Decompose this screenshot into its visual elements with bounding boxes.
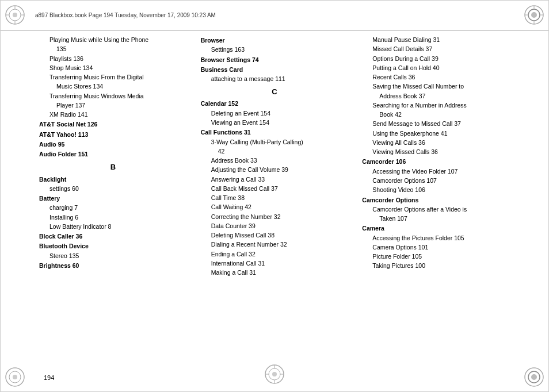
index-entry: Audio Folder 151 xyxy=(39,149,187,159)
index-entry: Browser xyxy=(201,36,349,45)
index-entry: Calendar 152 xyxy=(201,99,349,108)
index-entry: Taken 107 xyxy=(362,214,510,223)
index-entry: Brightness 60 xyxy=(39,261,187,270)
index-entry: Address Book 37 xyxy=(362,91,510,101)
index-entry: Camcorder Options xyxy=(362,195,510,205)
index-entry: XM Radio 141 xyxy=(39,110,187,119)
bottom-center-decoration xyxy=(264,364,285,386)
index-entry: C xyxy=(201,86,349,98)
header-text: a897 Blackbox.book Page 194 Tuesday, Nov… xyxy=(35,12,216,18)
index-entry: Browser Settings 74 xyxy=(201,55,349,64)
index-entry: Business Card xyxy=(201,65,349,74)
index-entry: Music Stores 134 xyxy=(39,82,187,91)
index-entry: 42 xyxy=(201,147,349,156)
index-entry: settings 60 xyxy=(39,184,187,193)
index-entry: Options During a Call 39 xyxy=(362,54,510,63)
index-entry: Making a Call 31 xyxy=(201,268,349,277)
index-entry: AT&T Yahoo! 113 xyxy=(39,130,187,139)
index-entry: Block Caller 36 xyxy=(39,232,187,241)
index-entry: Camcorder Options after a Video is xyxy=(362,205,510,214)
index-entry: Ending a Call 32 xyxy=(201,249,349,259)
index-entry: Camera Options 101 xyxy=(362,243,510,252)
index-entry: Searching for a Number in Address xyxy=(362,101,510,110)
index-entry: Camcorder Options 107 xyxy=(362,176,510,185)
svg-point-19 xyxy=(531,374,537,380)
column-2: BrowserSettings 163Browser Settings 74Bu… xyxy=(194,30,356,366)
index-entry: charging 7 xyxy=(39,203,187,212)
index-entry: Call Time 38 xyxy=(201,193,349,202)
page-number: 194 xyxy=(44,374,54,381)
index-entry: Shooting Video 106 xyxy=(362,185,510,194)
svg-point-16 xyxy=(13,375,17,379)
content-area: Playing Music while Using the Phone135Pl… xyxy=(32,30,517,366)
page-container: a897 Blackbox.book Page 194 Tuesday, Nov… xyxy=(0,0,549,392)
index-entry: 135 xyxy=(39,44,187,53)
index-entry: Viewing All Calls 36 xyxy=(362,138,510,147)
corner-decoration-bl xyxy=(5,367,25,387)
index-entry: Dialing a Recent Number 32 xyxy=(201,240,349,249)
index-entry: Bluetooth Device xyxy=(39,241,187,251)
corner-decoration-br xyxy=(524,367,544,387)
index-entry: Saving the Missed Call Number to xyxy=(362,82,510,91)
index-entry: Accessing the Video Folder 107 xyxy=(362,167,510,176)
svg-point-22 xyxy=(272,372,277,376)
index-entry: Viewing Missed Calls 36 xyxy=(362,147,510,156)
index-entry: Taking Pictures 100 xyxy=(362,261,510,270)
index-entry: AT&T Social Net 126 xyxy=(39,120,187,129)
index-entry: Correcting the Number 32 xyxy=(201,212,349,221)
index-entry: Battery xyxy=(39,194,187,203)
index-entry: Transferring Music From the Digital xyxy=(39,72,187,82)
index-entry: Accessing the Pictures Folder 105 xyxy=(362,233,510,243)
index-entry: Picture Folder 105 xyxy=(362,252,510,261)
index-entry: Answering a Call 33 xyxy=(201,175,349,184)
index-entry: Playing Music while Using the Phone xyxy=(39,35,187,44)
index-entry: International Call 31 xyxy=(201,259,349,268)
index-entry: Backlight xyxy=(39,175,187,184)
index-entry: Deleting Missed Call 38 xyxy=(201,230,349,240)
index-entry: Audio 95 xyxy=(39,140,187,149)
index-entry: Installing 6 xyxy=(39,213,187,222)
index-entry: Stereo 135 xyxy=(39,251,187,260)
index-entry: attaching to a message 111 xyxy=(201,74,349,83)
index-entry: Adjusting the Call Volume 39 xyxy=(201,165,349,174)
index-entry: Data Counter 39 xyxy=(201,221,349,230)
index-entry: Manual Pause Dialing 31 xyxy=(362,35,510,44)
index-entry: Deleting an Event 154 xyxy=(201,109,349,118)
index-entry: Playlists 136 xyxy=(39,54,187,63)
index-entry: Putting a Call on Hold 40 xyxy=(362,63,510,72)
index-entry: Book 42 xyxy=(362,110,510,119)
index-entry: B xyxy=(39,162,187,173)
index-entry: Call Functions 31 xyxy=(201,128,349,137)
index-entry: Address Book 33 xyxy=(201,156,349,165)
index-entry: Send Message to Missed Call 37 xyxy=(362,119,510,128)
index-entry: Missed Call Details 37 xyxy=(362,44,510,53)
index-entry: Call Waiting 42 xyxy=(201,202,349,212)
index-entry: Viewing an Event 154 xyxy=(201,118,349,127)
index-entry: Low Battery Indicator 8 xyxy=(39,222,187,231)
index-entry: Camcorder 106 xyxy=(362,157,510,166)
column-1: Playing Music while Using the Phone135Pl… xyxy=(32,30,194,366)
index-entry: Transferring Music Windows Media xyxy=(39,91,187,101)
index-entry: Shop Music 134 xyxy=(39,63,187,72)
index-entry: 3-Way Calling (Multi-Party Calling) xyxy=(201,137,349,147)
index-entry: Player 137 xyxy=(39,101,187,110)
index-entry: Call Back Missed Call 37 xyxy=(201,184,349,193)
index-entry: Settings 163 xyxy=(201,45,349,54)
header-bar: a897 Blackbox.book Page 194 Tuesday, Nov… xyxy=(1,1,548,30)
column-3: Manual Pause Dialing 31Missed Call Detai… xyxy=(355,30,517,366)
index-entry: Recent Calls 36 xyxy=(362,72,510,82)
index-entry: Using the Speakerphone 41 xyxy=(362,129,510,138)
index-entry: Camera xyxy=(362,224,510,233)
